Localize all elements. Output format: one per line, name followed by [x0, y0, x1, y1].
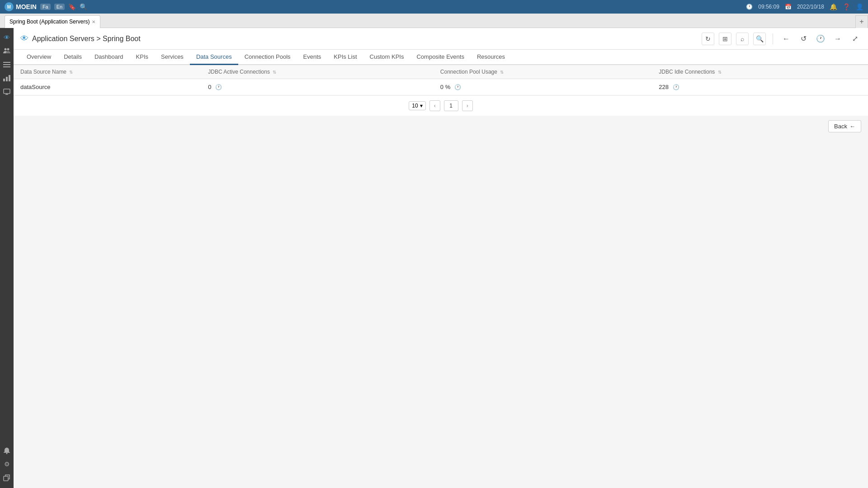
tab-custom-kpis[interactable]: Custom KPIs: [363, 50, 410, 65]
tab-connection-pools[interactable]: Connection Pools: [238, 50, 297, 65]
cell-datasource-name: dataSource: [14, 79, 201, 95]
page-size-select[interactable]: 10 ▾: [409, 101, 425, 110]
svg-point-1: [7, 48, 9, 51]
tab-data-sources[interactable]: Data Sources: [190, 50, 238, 65]
top-bar-left: M MOEIN Fa En 🔖 🔍: [5, 2, 87, 11]
sort-icon-name: ⇅: [69, 70, 73, 75]
nav-refresh-button[interactable]: ↺: [797, 33, 810, 45]
sidebar-item-users[interactable]: [1, 45, 13, 57]
col-data-source-name[interactable]: Data Source Name ⇅: [14, 65, 201, 79]
sidebar-item-eye[interactable]: 👁: [1, 32, 13, 43]
search-action-button[interactable]: 🔍: [753, 33, 766, 45]
page-title-icon: 👁: [20, 34, 28, 43]
history-icon-pool-usage[interactable]: 🕐: [454, 84, 461, 90]
svg-rect-5: [3, 79, 5, 81]
zoom-action-button[interactable]: ⌕: [736, 33, 749, 45]
columns-action-button[interactable]: ⊞: [719, 33, 731, 45]
sidebar-item-list[interactable]: [1, 59, 13, 70]
cell-jdbc-active: 0 🕐: [201, 79, 434, 95]
back-button-area: Back ←: [14, 116, 868, 137]
sort-icon-jdbc-active: ⇅: [273, 70, 276, 75]
tab-close-button[interactable]: ✕: [92, 19, 95, 24]
back-button[interactable]: Back ←: [828, 120, 861, 132]
sidebar-item-chart[interactable]: [1, 72, 13, 84]
main-layout: 👁 ⚙ 👁 Application Servers > Spring Boot: [0, 28, 868, 488]
tab-resources[interactable]: Resources: [471, 50, 511, 65]
tab-composite-events[interactable]: Composite Events: [410, 50, 471, 65]
col-jdbc-idle[interactable]: JDBC Idle Connections ⇅: [652, 65, 868, 79]
user-icon[interactable]: 👤: [856, 3, 863, 10]
search-icon[interactable]: 🔍: [80, 3, 87, 10]
svg-rect-7: [9, 75, 10, 81]
content-area: 👁 Application Servers > Spring Boot ↻ ⊞ …: [14, 28, 868, 488]
page-actions: ↻ ⊞ ⌕ 🔍 ← ↺ 🕐 → ⤢: [702, 33, 861, 45]
date-display: 2022/10/18: [797, 4, 824, 10]
cell-jdbc-idle: 228 🕐: [652, 79, 868, 95]
pagination-area: 10 ▾ ‹ ›: [14, 95, 868, 116]
lang-en-button[interactable]: En: [54, 4, 65, 10]
page-title-text: Application Servers > Spring Boot: [32, 35, 141, 43]
sidebar-item-settings[interactable]: ⚙: [1, 458, 13, 470]
sort-icon-jdbc-idle: ⇅: [718, 70, 722, 75]
help-icon[interactable]: ❓: [843, 3, 850, 10]
notification-icon[interactable]: 🔔: [830, 3, 837, 10]
data-sources-table: Data Source Name ⇅ JDBC Active Connectio…: [14, 65, 868, 95]
prev-page-button[interactable]: ‹: [429, 100, 440, 111]
tab-events[interactable]: Events: [297, 50, 328, 65]
tab-bar: Spring Boot (Application Servers) ✕ +: [0, 14, 868, 28]
tab-kpis[interactable]: KPIs: [130, 50, 155, 65]
top-bar: M MOEIN Fa En 🔖 🔍 🕐 09:56:09 📅 2022/10/1…: [0, 0, 868, 14]
col-jdbc-active[interactable]: JDBC Active Connections ⇅: [201, 65, 434, 79]
tab-services[interactable]: Services: [155, 50, 190, 65]
sidebar-item-bell[interactable]: [1, 445, 13, 456]
logo-text: MOEIN: [16, 3, 37, 10]
back-arrow-icon: ←: [849, 123, 855, 130]
logo: M MOEIN: [5, 2, 37, 11]
tab-kpis-list[interactable]: KPIs List: [327, 50, 363, 65]
logo-icon: M: [5, 2, 14, 11]
tab-details[interactable]: Details: [57, 50, 88, 65]
action-divider: [773, 33, 773, 44]
svg-rect-12: [4, 476, 8, 481]
sidebar: 👁 ⚙: [0, 28, 14, 488]
history-icon-jdbc-idle[interactable]: 🕐: [673, 84, 679, 90]
svg-rect-6: [6, 77, 8, 81]
table-row: dataSource 0 🕐 0 % 🕐 228 🕐: [14, 79, 868, 95]
sidebar-item-extension[interactable]: [1, 472, 13, 483]
page-title: 👁 Application Servers > Spring Boot: [20, 34, 141, 43]
tab-overview[interactable]: Overview: [20, 50, 57, 65]
nav-back-button[interactable]: ←: [780, 33, 793, 45]
table-header-row: Data Source Name ⇅ JDBC Active Connectio…: [14, 65, 868, 79]
svg-rect-8: [4, 89, 10, 94]
col-pool-usage[interactable]: Connection Pool Usage ⇅: [434, 65, 652, 79]
history-icon-jdbc-active[interactable]: 🕐: [215, 84, 222, 90]
dropdown-arrow-icon: ▾: [420, 103, 423, 109]
page-number-input[interactable]: [444, 100, 458, 111]
page-header: 👁 Application Servers > Spring Boot ↻ ⊞ …: [14, 28, 868, 50]
svg-rect-3: [3, 64, 10, 65]
new-tab-button[interactable]: +: [855, 15, 868, 28]
nav-tabs: Overview Details Dashboard KPIs Services…: [14, 50, 868, 65]
bookmark-icon[interactable]: 🔖: [68, 3, 76, 10]
clock-icon: 🕐: [746, 4, 753, 10]
top-bar-right: 🕐 09:56:09 📅 2022/10/18 🔔 ❓ 👤: [746, 3, 863, 10]
svg-rect-4: [3, 66, 10, 67]
cell-pool-usage: 0 % 🕐: [434, 79, 652, 95]
next-page-button[interactable]: ›: [462, 100, 473, 111]
tab-spring-boot[interactable]: Spring Boot (Application Servers) ✕: [5, 15, 100, 28]
svg-point-0: [5, 48, 7, 51]
table-area: Data Source Name ⇅ JDBC Active Connectio…: [14, 65, 868, 488]
calendar-icon: 📅: [785, 4, 792, 10]
refresh-action-button[interactable]: ↻: [702, 33, 714, 45]
svg-point-11: [6, 453, 8, 454]
tab-dashboard[interactable]: Dashboard: [88, 50, 130, 65]
sidebar-item-monitor[interactable]: [1, 86, 13, 98]
time-display: 09:56:09: [758, 4, 779, 10]
nav-forward-button[interactable]: →: [831, 33, 844, 45]
svg-rect-2: [3, 62, 10, 63]
tab-label: Spring Boot (Application Servers): [9, 19, 90, 25]
nav-clock-button[interactable]: 🕐: [814, 33, 827, 45]
sort-icon-pool-usage: ⇅: [500, 70, 504, 75]
lang-fa-button[interactable]: Fa: [40, 4, 51, 10]
nav-expand-button[interactable]: ⤢: [849, 33, 861, 45]
